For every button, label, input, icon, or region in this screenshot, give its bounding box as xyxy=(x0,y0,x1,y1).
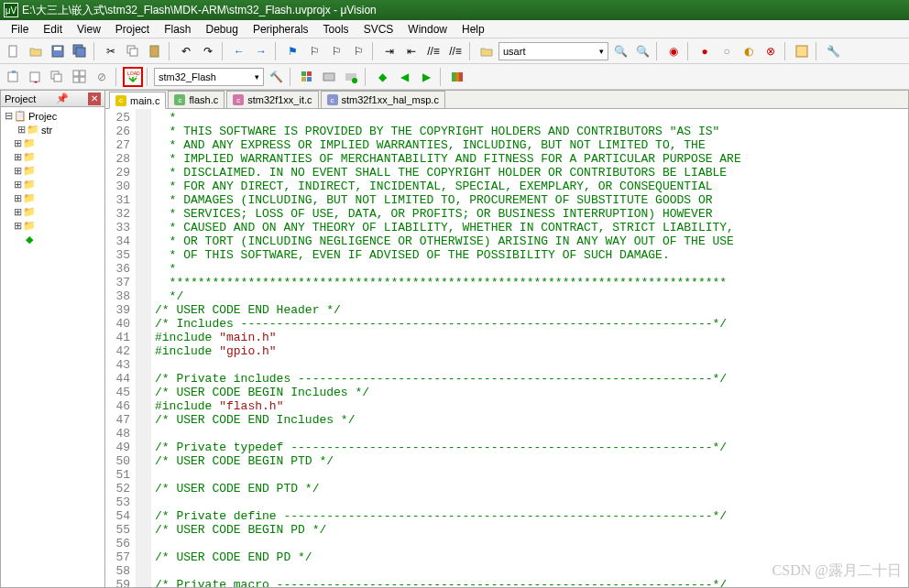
menu-tools[interactable]: Tools xyxy=(316,21,356,38)
breakpoint-kill-icon[interactable]: ⊗ xyxy=(761,41,781,61)
pack-installer-icon[interactable] xyxy=(341,67,361,87)
svg-rect-16 xyxy=(73,77,79,82)
menu-file[interactable]: File xyxy=(4,21,36,38)
comment-icon[interactable]: //≡ xyxy=(423,41,444,61)
tab-label: stm32f1xx_it.c xyxy=(247,94,312,105)
bookmark-next-icon[interactable]: ⚐ xyxy=(326,41,346,61)
tree-node[interactable]: ⊞📁 xyxy=(3,178,103,191)
rebuild-icon[interactable] xyxy=(48,67,68,87)
tab-label: flash.c xyxy=(189,94,218,105)
breakpoint-insert-icon[interactable]: ● xyxy=(695,41,715,61)
open-file-icon[interactable] xyxy=(26,41,46,61)
manage-rt-env-icon[interactable] xyxy=(297,67,317,87)
separator xyxy=(365,68,368,86)
target-value: stm32_Flash xyxy=(159,71,216,82)
menu-debug[interactable]: Debug xyxy=(199,21,246,38)
titlebar: μV E:\大三上\嵌入式\stm32_Flash\MDK-ARM\stm32_… xyxy=(0,0,909,20)
save-icon[interactable] xyxy=(48,41,68,61)
nav-green-fwd-icon[interactable]: ▶ xyxy=(416,67,436,87)
outdent-icon[interactable]: ⇤ xyxy=(401,41,422,61)
tree-root[interactable]: ⊟📋Projec xyxy=(3,109,103,123)
separator xyxy=(469,42,473,60)
tree-node[interactable]: ⊞📁 xyxy=(3,150,103,164)
toolbar-main: ✂ ↶ ↷ ← → ⚑ ⚐ ⚐ ⚐ ⇥ ⇤ //≡ //≡ usart▾ 🔍 🔍… xyxy=(0,38,909,64)
file-tab[interactable]: cstm32f1xx_hal_msp.c xyxy=(321,91,445,108)
separator xyxy=(687,42,691,60)
window-layout-icon[interactable] xyxy=(792,41,812,61)
folder-icon: 📁 xyxy=(23,193,36,204)
panel-pin-icon[interactable]: 📌 xyxy=(56,93,69,104)
undo-icon[interactable]: ↶ xyxy=(176,41,196,61)
bookmark-toggle-icon[interactable]: ⚑ xyxy=(282,41,302,61)
menu-view[interactable]: View xyxy=(70,21,108,38)
new-file-icon[interactable] xyxy=(4,41,24,61)
folder-icon: 📁 xyxy=(23,138,36,149)
file-icon: c xyxy=(174,94,185,105)
file-icon: c xyxy=(327,94,338,105)
tree-node[interactable]: ⊞📁 xyxy=(3,191,103,205)
file-tab[interactable]: cstm32f1xx_it.c xyxy=(226,91,318,108)
nav-green-back-icon[interactable]: ◀ xyxy=(394,67,414,87)
download-load-icon[interactable]: LOAD xyxy=(123,67,143,87)
debug-icon[interactable]: ◉ xyxy=(663,41,684,61)
breakpoint-enable-icon[interactable]: ○ xyxy=(717,41,737,61)
translate-icon[interactable] xyxy=(4,67,24,87)
menu-project[interactable]: Project xyxy=(108,21,157,38)
menu-edit[interactable]: Edit xyxy=(36,21,70,38)
tree-node[interactable]: ⊞📁 xyxy=(3,136,103,150)
options-target-icon[interactable]: 🔨 xyxy=(266,67,286,87)
target-combo[interactable]: stm32_Flash▾ xyxy=(154,68,264,86)
separator xyxy=(372,42,376,60)
stop-build-icon[interactable]: ⊘ xyxy=(92,67,112,87)
configure-icon[interactable]: 🔧 xyxy=(823,41,843,61)
bookmark-prev-icon[interactable]: ⚐ xyxy=(304,41,324,61)
incremental-find-icon[interactable]: 🔍 xyxy=(632,41,652,61)
tree-node[interactable]: ⊞📁 xyxy=(3,205,103,219)
menu-help[interactable]: Help xyxy=(454,21,492,38)
menu-svcs[interactable]: SVCS xyxy=(356,21,401,38)
svg-rect-28 xyxy=(459,72,463,82)
save-all-icon[interactable] xyxy=(70,41,90,61)
find-in-files-icon[interactable] xyxy=(476,41,497,61)
code-area[interactable]: 2526272829303132333435363738394041424344… xyxy=(105,109,908,587)
build-icon[interactable] xyxy=(26,67,46,87)
svg-rect-22 xyxy=(307,77,312,82)
paste-icon[interactable] xyxy=(145,41,165,61)
menu-flash[interactable]: Flash xyxy=(157,21,198,38)
bookmark-clear-icon[interactable]: ⚐ xyxy=(348,41,368,61)
books-icon[interactable] xyxy=(447,67,467,87)
fold-margin[interactable] xyxy=(137,109,151,587)
redo-icon[interactable]: ↷ xyxy=(198,41,218,61)
svg-rect-21 xyxy=(301,77,306,82)
file-tab[interactable]: cmain.c xyxy=(109,92,166,109)
nav-forward-icon[interactable]: → xyxy=(251,41,271,61)
source-text[interactable]: * * THIS SOFTWARE IS PROVIDED BY THE COP… xyxy=(151,109,908,587)
indent-icon[interactable]: ⇥ xyxy=(379,41,400,61)
panel-close-icon[interactable]: ✕ xyxy=(88,93,101,105)
menu-window[interactable]: Window xyxy=(400,21,454,38)
copy-icon[interactable] xyxy=(123,41,143,61)
project-tree[interactable]: ⊟📋Projec ⊞📁str⊞📁⊞📁⊞📁⊞📁⊞📁⊞📁⊞📁◆ xyxy=(1,107,104,247)
nav-back-icon[interactable]: ← xyxy=(229,41,249,61)
tree-node[interactable]: ⊞📁 xyxy=(3,219,103,233)
tree-node[interactable]: ⊞📁str xyxy=(3,123,103,136)
separator xyxy=(275,42,279,60)
separator xyxy=(169,42,172,60)
panel-title: Project xyxy=(5,93,36,104)
batch-build-icon[interactable] xyxy=(70,67,90,87)
select-pack-icon[interactable] xyxy=(319,67,339,87)
tree-node[interactable]: ⊞📁 xyxy=(3,164,103,178)
search-combo[interactable]: usart▾ xyxy=(498,42,608,60)
svg-rect-13 xyxy=(54,74,61,82)
cut-icon[interactable]: ✂ xyxy=(101,41,121,61)
separator xyxy=(147,68,150,86)
nav-green-left-icon[interactable]: ◆ xyxy=(372,67,392,87)
svg-rect-9 xyxy=(8,72,17,82)
find-icon[interactable]: 🔍 xyxy=(610,41,630,61)
svg-rect-8 xyxy=(796,46,807,57)
file-tab[interactable]: cflash.c xyxy=(168,91,225,108)
breakpoint-disable-icon[interactable]: ◐ xyxy=(739,41,759,61)
tree-node[interactable]: ◆ xyxy=(3,233,103,245)
menu-peripherals[interactable]: Peripherals xyxy=(246,21,316,38)
uncomment-icon[interactable]: //≡ xyxy=(445,41,465,61)
